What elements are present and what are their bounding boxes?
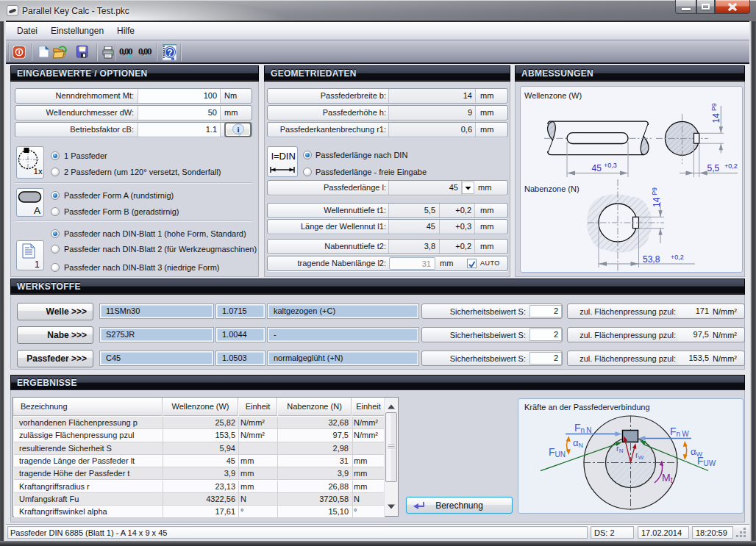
svg-text:?: ? <box>167 48 172 58</box>
svg-text:l=DIN: l=DIN <box>271 151 296 162</box>
svg-text:FUN: FUN <box>549 446 566 459</box>
svg-text:αN: αN <box>573 437 583 449</box>
svg-text:+0,3: +0,3 <box>604 162 617 169</box>
svg-text:A: A <box>34 205 40 216</box>
svg-text:+0,2: +0,2 <box>671 254 684 261</box>
svg-text:i: i <box>237 125 239 134</box>
svg-text:14: 14 <box>652 197 662 207</box>
svg-text:+0,2: +0,2 <box>724 162 738 170</box>
svg-text:1x: 1x <box>34 167 43 176</box>
svg-text:P9: P9 <box>651 187 658 195</box>
svg-text:Fn W: Fn W <box>670 425 689 438</box>
svg-text:P9: P9 <box>710 103 718 111</box>
svg-text:Fn N: Fn N <box>574 422 591 434</box>
svg-text:5,5: 5,5 <box>707 163 720 173</box>
svg-text:14: 14 <box>711 113 721 123</box>
svg-text:53,8: 53,8 <box>643 254 660 265</box>
svg-text:Wellenzone (W): Wellenzone (W) <box>524 91 582 100</box>
svg-text:Kräfte an der Passfederverbind: Kräfte an der Passfederverbindung <box>524 403 650 412</box>
svg-text:45: 45 <box>592 163 602 173</box>
svg-text:Nabenzone (N): Nabenzone (N) <box>524 184 580 193</box>
svg-text:1: 1 <box>35 259 40 270</box>
svg-text:αW: αW <box>691 446 703 458</box>
